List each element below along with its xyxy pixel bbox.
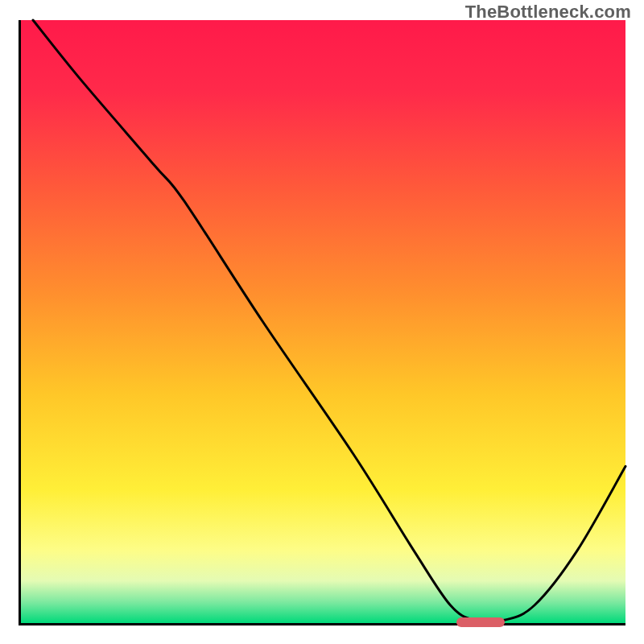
bottleneck-curve [21,20,625,623]
chart-container: TheBottleneck.com [0,0,644,644]
plot-area [19,20,625,625]
optimum-marker [456,617,505,627]
